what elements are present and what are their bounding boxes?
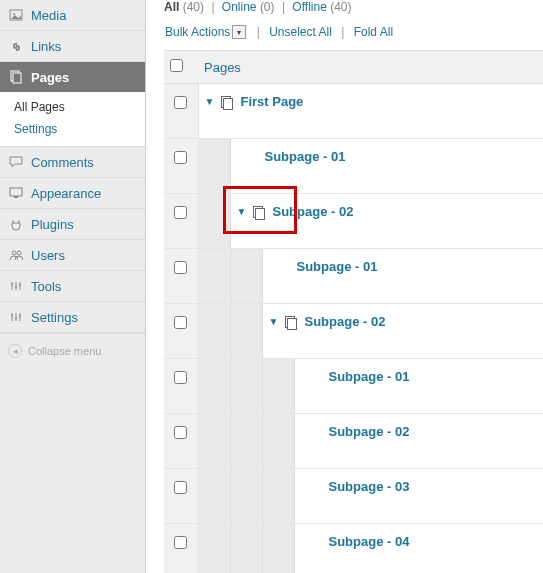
svg-rect-4 [10,188,22,196]
row-checkbox[interactable] [174,206,187,219]
header-title[interactable]: Pages [198,51,543,84]
table-row: Subpage - 04 [164,524,543,574]
sidebar-item-label: Media [31,8,66,23]
page-icon [253,206,265,218]
row-checkbox-cell [164,139,198,194]
row-checkbox-cell [164,359,198,414]
indent-gutter [263,524,295,573]
select-all-checkbox[interactable] [170,59,183,72]
row-checkbox-cell [164,469,198,524]
comments-icon [8,154,24,170]
sidebar-item-links[interactable]: Links [0,31,145,61]
row-title-cell: ▼Subpage - 02 [198,304,543,359]
sidebar-item-label: Plugins [31,217,74,232]
row-checkbox[interactable] [174,536,187,549]
row-checkbox[interactable] [174,371,187,384]
collapse-menu-button[interactable]: ◂ Collapse menu [0,333,145,368]
tools-icon [8,278,24,294]
page-title-link[interactable]: Subpage - 01 [329,369,410,384]
indent-gutter [231,524,263,573]
indent-gutter [199,304,231,358]
indent-gutter [199,469,231,523]
sidebar-item-plugins[interactable]: Plugins [0,209,145,239]
header-checkbox-cell [164,51,198,84]
svg-point-1 [13,13,15,15]
page-icon [285,316,297,328]
filter-online[interactable]: Online [222,0,257,14]
sidebar-item-comments[interactable]: Comments [0,147,145,177]
page-title-link[interactable]: First Page [241,94,304,109]
sidebar-item-label: Tools [31,279,61,294]
sidebar-item-settings[interactable]: Settings [0,302,145,332]
row-checkbox[interactable] [174,151,187,164]
pages-table: Pages ▼First PageSubpage - 01▼Subpage - … [164,50,543,573]
table-row: Subpage - 03 [164,469,543,524]
page-title-link[interactable]: Subpage - 03 [329,479,410,494]
sidebar-item-media[interactable]: Media [0,0,145,30]
indent-gutter [231,249,263,303]
toggle-icon[interactable]: ▼ [237,206,247,217]
page-title-link[interactable]: Subpage - 04 [329,534,410,549]
unselect-all-link[interactable]: Unselect All [269,25,332,39]
admin-sidebar: Media Links Pages All Pages Settings [0,0,146,573]
sidebar-item-tools[interactable]: Tools [0,271,145,301]
bulk-actions-select[interactable]: Bulk Actions ▾ [164,24,247,40]
users-icon [8,247,24,263]
row-checkbox[interactable] [174,316,187,329]
table-row: Subpage - 01 [164,249,543,304]
page-icon [221,96,233,108]
svg-point-6 [12,251,16,255]
pages-icon [8,69,24,85]
svg-rect-5 [14,196,18,198]
indent-gutter [231,359,263,413]
fold-all-link[interactable]: Fold All [354,25,393,39]
row-title-cell: Subpage - 01 [198,359,543,414]
row-checkbox[interactable] [174,96,187,109]
row-checkbox-cell [164,524,198,574]
plugins-icon [8,216,24,232]
indent-gutter [199,524,231,573]
sidebar-item-users[interactable]: Users [0,240,145,270]
table-row: ▼Subpage - 02 [164,194,543,249]
row-checkbox[interactable] [174,426,187,439]
indent-gutter [199,194,231,248]
indent-gutter [199,139,231,193]
page-title-link[interactable]: Subpage - 02 [273,204,354,219]
sidebar-item-label: Users [31,248,65,263]
row-checkbox[interactable] [174,261,187,274]
sidebar-item-pages[interactable]: Pages [0,62,145,92]
toggle-icon[interactable]: ▼ [205,96,215,107]
indent-gutter [263,414,295,468]
bulk-dropdown-icon[interactable]: ▾ [232,25,246,39]
sidebar-sub-all-pages[interactable]: All Pages [0,96,145,118]
sidebar-item-appearance[interactable]: Appearance [0,178,145,208]
row-checkbox-cell [164,84,198,139]
row-checkbox[interactable] [174,481,187,494]
filter-all-count: (40) [183,0,204,14]
main-content: All (40) | Online (0) | Offline (40) Bul… [146,0,543,573]
svg-point-7 [17,251,21,255]
row-title-cell: Subpage - 02 [198,414,543,469]
filter-offline[interactable]: Offline [292,0,326,14]
filter-offline-count: (40) [330,0,351,14]
page-title-link[interactable]: Subpage - 02 [305,314,386,329]
toggle-icon[interactable]: ▼ [269,316,279,327]
sidebar-item-label: Links [31,39,61,54]
page-title-link[interactable]: Subpage - 01 [265,149,346,164]
page-title-link[interactable]: Subpage - 02 [329,424,410,439]
svg-rect-3 [13,73,21,83]
filter-all-label[interactable]: All [164,0,179,14]
links-icon [8,38,24,54]
table-row: Subpage - 02 [164,414,543,469]
indent-gutter [199,414,231,468]
sidebar-sub-settings[interactable]: Settings [0,118,145,140]
indent-gutter [231,304,263,358]
table-row: ▼Subpage - 02 [164,304,543,359]
row-title-cell: ▼Subpage - 02 [198,194,543,249]
appearance-icon [8,185,24,201]
indent-gutter [231,469,263,523]
row-checkbox-cell [164,249,198,304]
collapse-icon: ◂ [8,344,22,358]
page-title-link[interactable]: Subpage - 01 [297,259,378,274]
row-checkbox-cell [164,414,198,469]
